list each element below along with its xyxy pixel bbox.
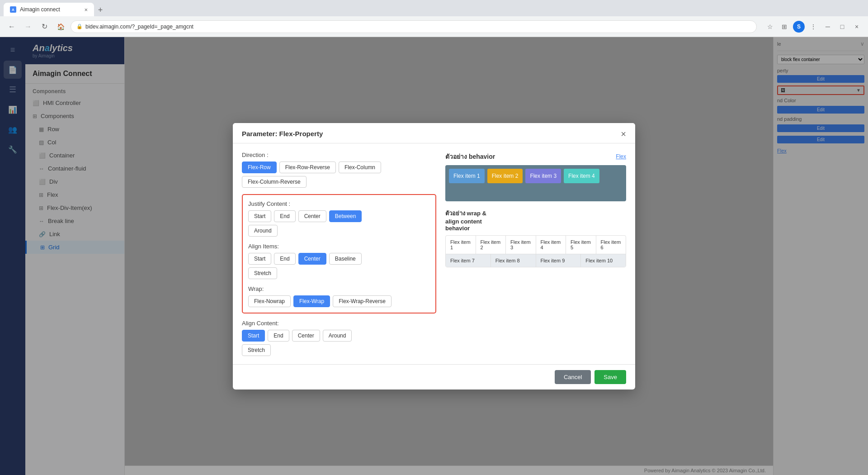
justify-center-button[interactable]: Center xyxy=(298,210,326,222)
align-items-label: Align Items: xyxy=(248,243,430,250)
wrap-item-10: Flex item 10 xyxy=(581,254,626,267)
wrap-item-7: Flex item 7 xyxy=(446,254,491,267)
back-button[interactable]: ← xyxy=(5,20,18,33)
tab-close-icon[interactable]: × xyxy=(84,6,88,13)
forward-button[interactable]: → xyxy=(22,20,34,33)
justify-around-button[interactable]: Around xyxy=(248,225,278,237)
ac-center-button[interactable]: Center xyxy=(292,330,320,342)
wrap-item-3: Flex item 3 xyxy=(506,236,536,254)
modal-footer: Cancel Save xyxy=(233,364,635,390)
maximize-button[interactable]: □ xyxy=(836,21,848,33)
modal-title: Parameter: Flex-Property xyxy=(242,130,323,138)
align-baseline-button[interactable]: Baseline xyxy=(329,253,362,265)
wrap-preview-box: Flex item 1 Flex item 2 Flex item 3 Flex… xyxy=(445,235,626,267)
ac-stretch-button[interactable]: Stretch xyxy=(242,344,271,356)
star-button[interactable]: ☆ xyxy=(764,21,776,33)
new-tab-button[interactable]: + xyxy=(94,4,107,16)
flex-row-reverse-button[interactable]: Flex-Row-Reverse xyxy=(279,162,336,173)
wrap-item-2: Flex item 2 xyxy=(476,236,506,254)
url-text: bidev.aimagin.com/?_pageId=_page_amgcnt xyxy=(85,24,193,30)
cancel-button[interactable]: Cancel xyxy=(555,370,591,384)
direction-label: Direction : xyxy=(242,152,436,158)
wrap-item-4: Flex item 4 xyxy=(536,236,566,254)
flex-column-button[interactable]: Flex-Column xyxy=(339,162,381,173)
wrap-item-9: Flex item 9 xyxy=(536,254,581,267)
tab-title: Aimagin connect xyxy=(20,6,60,13)
flex-wrap-button[interactable]: Flex-Wrap xyxy=(293,295,330,307)
save-button[interactable]: Save xyxy=(594,370,626,384)
ac-start-button[interactable]: Start xyxy=(242,330,265,342)
wrap-reverse-button[interactable]: Flex-Wrap-Reverse xyxy=(333,295,392,307)
extensions-button[interactable]: ⊞ xyxy=(778,21,790,33)
flex-item-1: Flex item 1 xyxy=(449,169,485,183)
flex-item-3: Flex item 3 xyxy=(525,169,561,183)
wrap-item-8: Flex item 8 xyxy=(491,254,536,267)
align-center-button[interactable]: Center xyxy=(298,253,326,265)
address-bar[interactable]: 🔒 bidev.aimagin.com/?_pageId=_page_amgcn… xyxy=(71,20,757,33)
nowrap-button[interactable]: Flex-Nowrap xyxy=(248,295,291,307)
modal: Parameter: Flex-Property × Direction : F… xyxy=(233,123,635,390)
flex-column-reverse-button[interactable]: Flex-Column-Reverse xyxy=(242,176,307,188)
justify-start-button[interactable]: Start xyxy=(248,210,271,222)
align-stretch-button[interactable]: Stretch xyxy=(248,267,277,279)
flex-row-button[interactable]: Flex-Row xyxy=(242,162,277,173)
menu-button[interactable]: ⋮ xyxy=(807,21,819,33)
align-start-button[interactable]: Start xyxy=(248,253,271,265)
align-end-button[interactable]: End xyxy=(274,253,295,265)
behavior-title: ตัวอย่าง behavior xyxy=(445,152,495,162)
profile-button[interactable]: S xyxy=(793,21,805,33)
refresh-button[interactable]: ↻ xyxy=(38,20,51,33)
wrap-item-5: Flex item 5 xyxy=(566,236,596,254)
browser-tab[interactable]: A Aimagin connect × xyxy=(4,3,94,16)
behavior-preview: Flex item 1 Flex item 2 Flex item 3 Flex… xyxy=(445,165,626,201)
wrap-item-6: Flex item 6 xyxy=(596,236,626,254)
wrap-item-1: Flex item 1 xyxy=(446,236,476,254)
wrap-label: Wrap: xyxy=(248,285,430,292)
justify-end-button[interactable]: End xyxy=(274,210,295,222)
modal-overlay: Parameter: Flex-Property × Direction : F… xyxy=(0,37,868,475)
close-window-button[interactable]: × xyxy=(851,21,863,33)
ac-around-button[interactable]: Around xyxy=(323,330,352,342)
modal-header: Parameter: Flex-Property × xyxy=(233,123,635,143)
minimize-button[interactable]: ─ xyxy=(822,21,834,33)
justify-between-button[interactable]: Between xyxy=(329,210,362,222)
flex-item-4: Flex item 4 xyxy=(564,169,599,183)
modal-close-button[interactable]: × xyxy=(621,129,626,138)
ac-end-button[interactable]: End xyxy=(268,330,289,342)
flex-link-preview[interactable]: Flex xyxy=(616,153,626,160)
home-button[interactable]: 🏠 xyxy=(54,20,67,33)
align-content-label: Align Content: xyxy=(242,320,436,327)
wrap-preview-title: ตัวอย่าง wrap & align content behavior xyxy=(445,209,626,232)
justify-content-label: Justify Content : xyxy=(248,200,430,207)
flex-item-2: Flex item 2 xyxy=(487,169,523,183)
